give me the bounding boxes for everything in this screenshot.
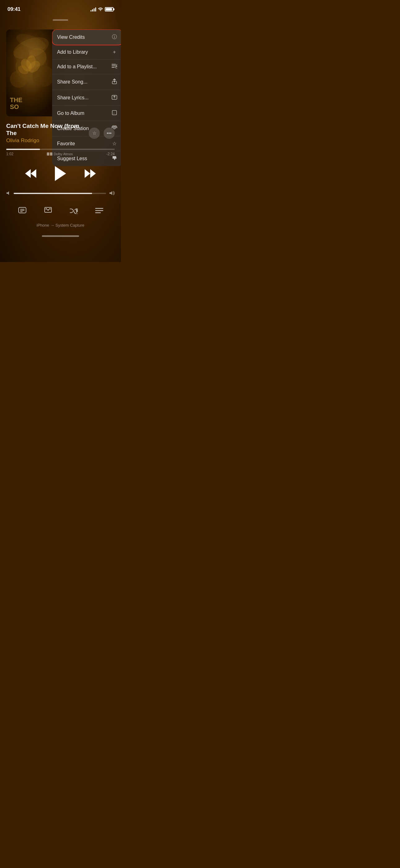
current-time: 1:02 bbox=[6, 152, 13, 156]
progress-section: 1:02 Dolby Atmos -2:24 bbox=[0, 144, 121, 156]
shuffle-button[interactable] bbox=[69, 208, 78, 214]
volume-fill bbox=[14, 193, 92, 194]
svg-rect-39 bbox=[45, 208, 47, 210]
svg-rect-12 bbox=[112, 64, 116, 65]
svg-rect-24 bbox=[47, 152, 49, 156]
favorite-button[interactable]: ☆ bbox=[89, 128, 100, 139]
menu-item-label-share-song: Share Song... bbox=[57, 79, 88, 85]
svg-point-15 bbox=[116, 66, 117, 68]
wifi-icon bbox=[98, 7, 103, 12]
playback-controls bbox=[0, 156, 121, 188]
menu-item-label-add-library: Add to Library bbox=[57, 49, 88, 55]
album-icon: ♪ bbox=[111, 110, 118, 116]
menu-item-label-share-lyrics: Share Lyrics... bbox=[57, 95, 89, 101]
more-options-button[interactable]: ••• bbox=[104, 128, 115, 139]
song-title: Can't Catch Me Now (from The bbox=[6, 123, 89, 137]
dolby-text: Dolby Atmos bbox=[54, 152, 73, 156]
svg-marker-31 bbox=[6, 191, 9, 195]
menu-item-share-lyrics[interactable]: Share Lyrics... bbox=[52, 90, 121, 106]
song-actions: ☆ ••• bbox=[89, 128, 115, 139]
forward-button[interactable] bbox=[84, 168, 97, 179]
svg-rect-35 bbox=[20, 210, 25, 211]
svg-rect-34 bbox=[20, 209, 25, 210]
svg-line-17 bbox=[116, 65, 117, 65]
share-icon bbox=[111, 79, 118, 85]
volume-slider[interactable] bbox=[14, 193, 106, 194]
info-icon: ⓘ bbox=[111, 34, 118, 40]
menu-item-label-view-credits: View Credits bbox=[57, 34, 85, 40]
volume-high-icon bbox=[109, 191, 115, 196]
svg-rect-42 bbox=[95, 210, 103, 211]
song-artist: Olivia Rodrigo bbox=[6, 137, 89, 144]
svg-rect-13 bbox=[112, 65, 116, 66]
svg-rect-25 bbox=[50, 152, 53, 156]
signal-icon bbox=[91, 7, 96, 11]
system-capture-text: iPhone → System Capture bbox=[37, 223, 84, 227]
plus-icon: + bbox=[111, 49, 118, 55]
svg-marker-30 bbox=[90, 169, 96, 178]
remaining-time: -2:24 bbox=[106, 152, 115, 156]
status-icons bbox=[91, 7, 113, 12]
svg-rect-14 bbox=[112, 67, 115, 68]
svg-marker-32 bbox=[109, 191, 112, 195]
bottom-toolbar bbox=[0, 203, 121, 220]
menu-item-add-library[interactable]: Add to Library + bbox=[52, 45, 121, 60]
progress-fill bbox=[6, 149, 40, 150]
menu-item-label-add-playlist: Add to a Playlist... bbox=[57, 64, 97, 69]
dolby-badge: Dolby Atmos bbox=[47, 152, 73, 156]
menu-item-view-credits[interactable]: View Credits ⓘ bbox=[52, 30, 121, 45]
playlist-icon bbox=[111, 64, 118, 69]
song-details: Can't Catch Me Now (from The Olivia Rodr… bbox=[6, 123, 89, 144]
status-bar: 09:41 bbox=[0, 0, 121, 17]
system-capture: iPhone → System Capture bbox=[0, 220, 121, 233]
progress-times: 1:02 Dolby Atmos -2:24 bbox=[6, 152, 115, 156]
progress-bar[interactable] bbox=[6, 149, 115, 150]
svg-marker-27 bbox=[31, 169, 36, 178]
svg-marker-29 bbox=[85, 169, 90, 178]
drag-handle[interactable] bbox=[0, 17, 121, 23]
share-lyrics-icon bbox=[111, 94, 118, 101]
player-row: THE SO View Credits ⓘ Add to Library + A… bbox=[6, 30, 115, 116]
menu-item-label-go-album: Go to Album bbox=[57, 111, 84, 116]
svg-marker-26 bbox=[25, 169, 31, 178]
status-time: 09:41 bbox=[7, 6, 21, 12]
svg-rect-41 bbox=[95, 208, 103, 209]
battery-icon bbox=[105, 7, 113, 11]
airplay-button[interactable] bbox=[44, 207, 53, 215]
queue-button[interactable] bbox=[95, 207, 103, 214]
song-info-row: Can't Catch Me Now (from The Olivia Rodr… bbox=[0, 116, 121, 144]
svg-point-38 bbox=[47, 209, 49, 211]
home-bar bbox=[42, 235, 79, 237]
volume-low-icon bbox=[6, 191, 10, 196]
main-content: THE SO View Credits ⓘ Add to Library + A… bbox=[0, 23, 121, 116]
play-button[interactable] bbox=[53, 165, 68, 182]
album-art: THE SO bbox=[6, 30, 56, 116]
menu-item-share-song[interactable]: Share Song... bbox=[52, 74, 121, 90]
lyrics-button[interactable] bbox=[18, 207, 27, 215]
volume-section bbox=[0, 188, 121, 203]
svg-marker-28 bbox=[55, 166, 66, 181]
svg-text:♪: ♪ bbox=[113, 112, 115, 115]
rewind-button[interactable] bbox=[24, 168, 37, 179]
svg-rect-43 bbox=[95, 212, 101, 213]
svg-rect-40 bbox=[49, 208, 51, 210]
album-text: THE SO bbox=[10, 97, 22, 110]
svg-rect-36 bbox=[20, 211, 23, 212]
menu-item-add-playlist[interactable]: Add to a Playlist... bbox=[52, 60, 121, 74]
home-indicator[interactable] bbox=[0, 233, 121, 239]
